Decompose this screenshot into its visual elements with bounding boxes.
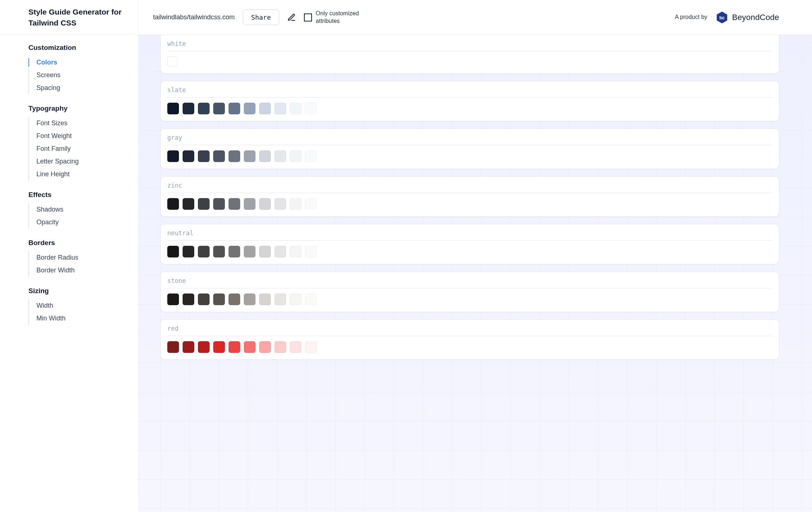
swatch[interactable] (229, 198, 240, 210)
sidebar-item-colors[interactable]: Colors (29, 56, 127, 69)
swatch[interactable] (305, 341, 317, 353)
swatch[interactable] (290, 150, 301, 162)
sidebar-item-line-height[interactable]: Line Height (29, 168, 127, 181)
swatch[interactable] (244, 294, 255, 305)
swatch[interactable] (229, 150, 240, 162)
color-name: gray (167, 134, 772, 145)
swatch[interactable] (244, 341, 255, 353)
color-name: neutral (167, 229, 772, 241)
swatch[interactable] (167, 246, 179, 257)
swatch[interactable] (305, 103, 317, 114)
swatch[interactable] (274, 198, 286, 210)
swatch[interactable] (198, 150, 210, 162)
swatch[interactable] (213, 294, 225, 305)
swatch[interactable] (290, 294, 301, 305)
app-title: Style Guide Generator for Tailwind CSS (28, 7, 131, 28)
swatch[interactable] (259, 341, 271, 353)
swatch[interactable] (213, 341, 225, 353)
nav-section-borders: Borders Border Radius Border Width (28, 239, 127, 277)
sidebar-item-letter-spacing[interactable]: Letter Spacing (29, 155, 127, 168)
swatch[interactable] (183, 198, 194, 210)
color-name: white (167, 40, 772, 51)
swatch[interactable] (305, 294, 317, 305)
swatch[interactable] (183, 341, 194, 353)
swatch[interactable] (290, 341, 301, 353)
swatch[interactable] (183, 246, 194, 257)
swatch[interactable] (305, 150, 317, 162)
swatch[interactable] (244, 246, 255, 257)
swatch[interactable] (274, 341, 286, 353)
swatch[interactable] (198, 294, 210, 305)
color-name: zinc (167, 182, 772, 193)
swatch[interactable] (259, 294, 271, 305)
nav-section-effects: Effects Shadows Opacity (28, 191, 127, 229)
sidebar-item-width[interactable]: Width (29, 299, 127, 312)
sidebar-item-opacity[interactable]: Opacity (29, 216, 127, 229)
nav-list: Shadows Opacity (28, 203, 127, 229)
swatch[interactable] (167, 294, 179, 305)
swatch[interactable] (229, 103, 240, 114)
swatch-row (167, 246, 772, 257)
swatch[interactable] (244, 103, 255, 114)
swatch[interactable] (198, 198, 210, 210)
swatch[interactable] (305, 246, 317, 257)
swatch[interactable] (274, 103, 286, 114)
swatch[interactable] (290, 246, 301, 257)
main-content[interactable]: white slate gray zinc ne (138, 35, 812, 512)
sidebar-item-border-radius[interactable]: Border Radius (29, 251, 127, 264)
share-button[interactable]: Share (243, 9, 279, 25)
color-name: stone (167, 277, 772, 288)
sidebar-item-font-weight[interactable]: Font Weight (29, 130, 127, 142)
swatch[interactable] (259, 150, 271, 162)
swatch[interactable] (183, 294, 194, 305)
sidebar-item-font-sizes[interactable]: Font Sizes (29, 117, 127, 130)
swatch-row (167, 341, 772, 353)
nav-section-sizing: Sizing Width Min Width (28, 287, 127, 325)
swatch[interactable] (198, 246, 210, 257)
swatch[interactable] (167, 198, 179, 210)
swatch[interactable] (213, 150, 225, 162)
color-card-gray: gray (160, 129, 779, 169)
swatch[interactable] (274, 294, 286, 305)
swatch[interactable] (259, 198, 271, 210)
swatch[interactable] (213, 198, 225, 210)
swatch[interactable] (198, 341, 210, 353)
only-customized-checkbox[interactable] (304, 13, 312, 21)
swatch[interactable] (229, 341, 240, 353)
swatch[interactable] (183, 150, 194, 162)
nav-heading: Customization (28, 44, 127, 52)
brand-link[interactable]: bc BeyondCode (715, 11, 812, 24)
swatch[interactable] (229, 294, 240, 305)
swatch[interactable] (213, 103, 225, 114)
sidebar-item-spacing[interactable]: Spacing (29, 82, 127, 94)
color-card-white: white (160, 35, 779, 74)
swatch[interactable] (290, 198, 301, 210)
product-by-label: A product by (675, 13, 707, 21)
sidebar-item-border-width[interactable]: Border Width (29, 264, 127, 277)
swatch[interactable] (274, 246, 286, 257)
swatch[interactable] (244, 198, 255, 210)
sidebar-item-min-width[interactable]: Min Width (29, 312, 127, 325)
only-customized-wrap: Only customized attributes (304, 10, 374, 25)
swatch[interactable] (274, 150, 286, 162)
swatch[interactable] (290, 103, 301, 114)
sidebar-item-shadows[interactable]: Shadows (29, 203, 127, 216)
swatch[interactable] (167, 103, 179, 114)
swatch[interactable] (229, 246, 240, 257)
swatch[interactable] (213, 246, 225, 257)
swatch[interactable] (167, 56, 177, 67)
swatch[interactable] (259, 246, 271, 257)
swatch[interactable] (183, 103, 194, 114)
edit-icon[interactable] (287, 13, 296, 22)
swatch[interactable] (259, 103, 271, 114)
swatch[interactable] (305, 198, 317, 210)
swatch[interactable] (167, 150, 179, 162)
swatch[interactable] (167, 341, 179, 353)
repo-name: tailwindlabs/tailwindcss.com (153, 13, 235, 21)
sidebar-item-font-family[interactable]: Font Family (29, 142, 127, 155)
sidebar-item-screens[interactable]: Screens (29, 69, 127, 82)
swatch[interactable] (198, 103, 210, 114)
swatch[interactable] (244, 150, 255, 162)
main-inner: white slate gray zinc ne (160, 35, 779, 360)
nav-list: Width Min Width (28, 299, 127, 325)
